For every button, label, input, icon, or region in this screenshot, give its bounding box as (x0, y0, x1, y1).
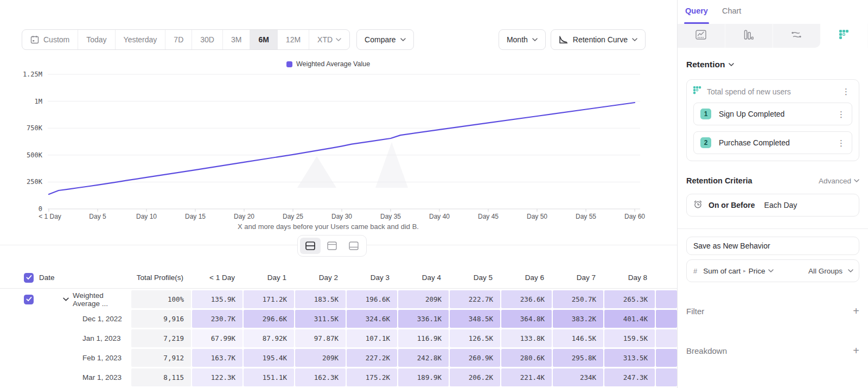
kebab-menu-icon[interactable]: ⋮ (835, 138, 847, 148)
layout-table-button[interactable] (343, 238, 364, 254)
layout-split-button[interactable] (300, 238, 321, 254)
retention-value-cell-partial (656, 290, 677, 308)
funnels-icon (744, 30, 754, 42)
retention-value-cell: 348.5K (450, 310, 500, 328)
retention-section-heading[interactable]: Retention (686, 60, 859, 69)
layout-chart-button[interactable] (322, 238, 342, 254)
behavior-title: Total spend of new users (707, 87, 840, 96)
range-button-today[interactable]: Today (78, 30, 114, 49)
x-tick-label: Day 50 (527, 213, 547, 220)
retention-value-cell: 295.8K (553, 349, 603, 367)
retention-value-cell: 163.7K (192, 349, 242, 367)
breakdown-label: Breakdown (686, 346, 853, 355)
behavior-step-2[interactable]: 2Purchase Completed⋮ (693, 131, 852, 154)
tab-query[interactable]: Query (685, 7, 708, 24)
range-button-7d[interactable]: 7D (165, 30, 192, 49)
compare-button[interactable]: Compare (356, 29, 414, 50)
behavior-step-1[interactable]: 1Sign Up Completed⋮ (693, 103, 852, 125)
criteria-condition-row[interactable]: On or Before Each Day (686, 194, 859, 217)
bottom-panel-icon (349, 241, 359, 250)
expand-chevron-icon[interactable] (63, 297, 69, 301)
range-button-custom[interactable]: Custom (22, 30, 78, 49)
granularity-button[interactable]: Month (499, 29, 546, 50)
retention-value-cell: 247.3K (604, 368, 655, 386)
add-breakdown-button[interactable]: + (853, 345, 859, 357)
date-column-header: Date (0, 273, 130, 283)
criteria-label: Retention Criteria (686, 176, 819, 185)
step-number-badge: 2 (700, 137, 711, 148)
row-label-cell: Weighted Average ... (0, 290, 130, 308)
chevron-down-icon (854, 179, 859, 182)
retention-value-cell: 311.5K (295, 310, 346, 328)
range-button-xtd[interactable]: XTD (309, 30, 349, 49)
retention-value-cell: 206.2K (450, 368, 500, 386)
retention-value-cell: 221.4K (501, 368, 552, 386)
x-tick-label: Day 5 (89, 213, 106, 220)
row-label-cell: Dec 1, 2022 (0, 310, 130, 328)
all-groups-dropdown[interactable]: All Groups (808, 267, 853, 275)
breadcrumb-arrow-icon: ▸ (743, 268, 746, 273)
y-tick-label: 1M (8, 98, 42, 105)
range-button-3m[interactable]: 3M (222, 30, 250, 49)
retention-value-cell: 250.7K (553, 290, 603, 308)
add-filter-button[interactable]: + (853, 305, 859, 317)
report-button-insights[interactable] (678, 24, 725, 48)
measure-row[interactable]: # Sum of cart ▸ Price All Groups (686, 259, 859, 282)
sidebar-content: Retention Total spend of new users ⋮ 1Si… (678, 60, 868, 357)
advanced-dropdown[interactable]: Advanced (819, 177, 859, 185)
report-button-funnels[interactable] (725, 24, 773, 48)
column-header: Day 4 (398, 273, 449, 282)
range-button-6m[interactable]: 6M (250, 30, 277, 49)
retention-value-cell: 146.5K (553, 329, 603, 347)
retention-value-cell-partial (656, 310, 677, 328)
chevron-down-icon (848, 269, 853, 272)
column-header: < 1 Day (192, 273, 242, 282)
main-area: CustomTodayYesterday7D30D3M6M12MXTD Comp… (0, 0, 677, 388)
table-row: Jan 1, 20237,21967.99K87.92K97.87K107.1K… (0, 329, 677, 347)
range-button-30d[interactable]: 30D (192, 30, 222, 49)
measure-property: Price (749, 267, 765, 275)
row-label: Jan 1, 2023 (82, 334, 121, 342)
retention-value-cell: 336.1K (398, 310, 449, 328)
x-tick-label: Day 55 (576, 213, 596, 220)
x-tick-label: Day 35 (380, 213, 401, 220)
retention-icon (839, 30, 849, 42)
report-button-flows[interactable] (773, 24, 821, 48)
retention-value-cell: 222.7K (450, 290, 500, 308)
layout-toggle-group (297, 235, 367, 257)
x-tick-label: Day 10 (136, 213, 157, 220)
kebab-menu-icon[interactable]: ⋮ (840, 86, 852, 97)
x-tick-label: Day 15 (185, 213, 206, 220)
retention-value-cell: 133.8K (501, 329, 552, 347)
chevron-down-icon (768, 269, 774, 272)
select-all-checkbox[interactable] (24, 273, 34, 283)
chart-type-button[interactable]: Retention Curve (551, 29, 646, 50)
tab-chart[interactable]: Chart (722, 7, 741, 24)
retention-value-cell: 67.99K (192, 329, 242, 347)
range-button-yesterday[interactable]: Yesterday (115, 30, 165, 49)
column-header: Day 3 (347, 273, 397, 282)
chevron-down-icon (632, 38, 637, 41)
save-as-new-behavior-button[interactable]: Save as New Behavior (686, 237, 859, 255)
query-sidebar: Query Chart Retention Total spend of new… (677, 0, 868, 388)
column-header: Total Profile(s) (131, 273, 191, 282)
retention-value-cell: 171.2K (244, 290, 294, 308)
split-view-icon (305, 241, 315, 250)
flows-icon (791, 30, 802, 42)
sidebar-tabs: Query Chart (678, 0, 868, 24)
retention-value-cell: 234K (553, 368, 603, 386)
retention-value-cell: 183.5K (295, 290, 346, 308)
top-panel-icon (327, 241, 337, 250)
kebab-menu-icon[interactable]: ⋮ (835, 109, 847, 119)
retention-value-cell: 313.5K (604, 349, 655, 367)
retention-criteria-row: Retention Criteria Advanced (686, 176, 859, 185)
range-button-12m[interactable]: 12M (277, 30, 309, 49)
compare-label: Compare (365, 35, 396, 44)
retention-value-cell: 107.1K (347, 329, 397, 347)
y-tick-label: 1.25M (8, 71, 42, 78)
report-button-retention[interactable] (820, 24, 868, 48)
x-tick-label: Day 25 (283, 213, 303, 220)
row-checkbox[interactable] (24, 295, 34, 304)
column-header: Day 8 (604, 273, 655, 282)
retention-value-cell: 401.4K (604, 310, 655, 328)
